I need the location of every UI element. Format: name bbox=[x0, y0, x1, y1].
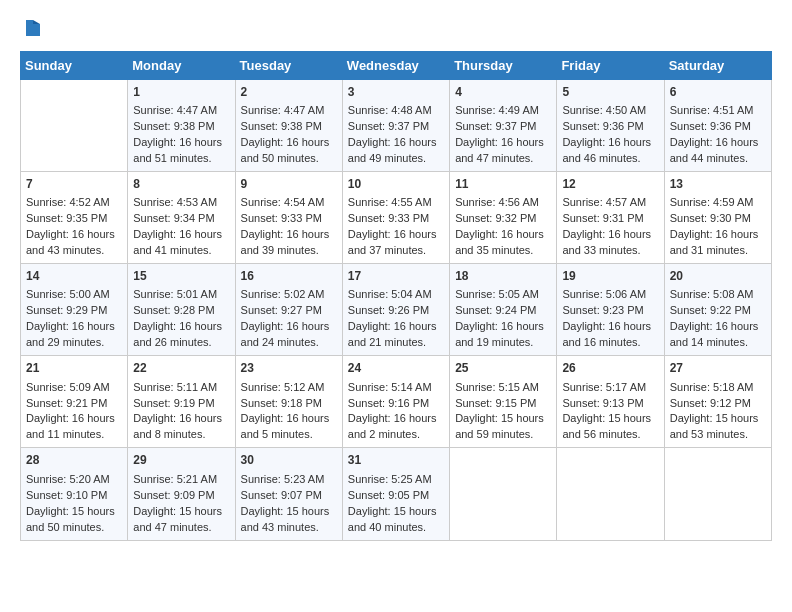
day-info: Sunrise: 4:56 AM bbox=[455, 195, 551, 211]
day-info: Sunrise: 5:23 AM bbox=[241, 472, 337, 488]
day-info: Daylight: 16 hours bbox=[133, 411, 229, 427]
day-info: Sunrise: 5:09 AM bbox=[26, 380, 122, 396]
calendar-cell: 24Sunrise: 5:14 AMSunset: 9:16 PMDayligh… bbox=[342, 356, 449, 448]
day-number: 9 bbox=[241, 176, 337, 193]
calendar-cell: 1Sunrise: 4:47 AMSunset: 9:38 PMDaylight… bbox=[128, 79, 235, 171]
day-info: and 21 minutes. bbox=[348, 335, 444, 351]
day-info: and 53 minutes. bbox=[670, 427, 766, 443]
day-info: Sunset: 9:36 PM bbox=[670, 119, 766, 135]
day-number: 15 bbox=[133, 268, 229, 285]
day-info: Daylight: 16 hours bbox=[241, 135, 337, 151]
day-info: Sunset: 9:38 PM bbox=[133, 119, 229, 135]
calendar-cell: 5Sunrise: 4:50 AMSunset: 9:36 PMDaylight… bbox=[557, 79, 664, 171]
day-info: Sunrise: 4:51 AM bbox=[670, 103, 766, 119]
calendar-cell: 20Sunrise: 5:08 AMSunset: 9:22 PMDayligh… bbox=[664, 264, 771, 356]
day-info: and 24 minutes. bbox=[241, 335, 337, 351]
day-number: 25 bbox=[455, 360, 551, 377]
day-info: and 47 minutes. bbox=[455, 151, 551, 167]
calendar-cell: 29Sunrise: 5:21 AMSunset: 9:09 PMDayligh… bbox=[128, 448, 235, 540]
day-number: 20 bbox=[670, 268, 766, 285]
day-header-wednesday: Wednesday bbox=[342, 51, 449, 79]
day-number: 5 bbox=[562, 84, 658, 101]
day-info: Sunset: 9:13 PM bbox=[562, 396, 658, 412]
day-info: Sunrise: 5:18 AM bbox=[670, 380, 766, 396]
day-number: 16 bbox=[241, 268, 337, 285]
calendar-cell: 15Sunrise: 5:01 AMSunset: 9:28 PMDayligh… bbox=[128, 264, 235, 356]
day-info: and 47 minutes. bbox=[133, 520, 229, 536]
day-info: Sunrise: 5:02 AM bbox=[241, 287, 337, 303]
day-info: Sunset: 9:23 PM bbox=[562, 303, 658, 319]
day-info: Daylight: 15 hours bbox=[455, 411, 551, 427]
day-info: and 43 minutes. bbox=[241, 520, 337, 536]
day-info: Sunset: 9:10 PM bbox=[26, 488, 122, 504]
day-info: Sunset: 9:38 PM bbox=[241, 119, 337, 135]
day-number: 13 bbox=[670, 176, 766, 193]
day-info: Sunset: 9:07 PM bbox=[241, 488, 337, 504]
day-info: Sunset: 9:37 PM bbox=[348, 119, 444, 135]
day-info: Sunset: 9:30 PM bbox=[670, 211, 766, 227]
day-info: Daylight: 16 hours bbox=[670, 135, 766, 151]
week-row-3: 14Sunrise: 5:00 AMSunset: 9:29 PMDayligh… bbox=[21, 264, 772, 356]
day-info: Sunset: 9:29 PM bbox=[26, 303, 122, 319]
day-info: Sunrise: 4:47 AM bbox=[133, 103, 229, 119]
day-info: Sunrise: 4:47 AM bbox=[241, 103, 337, 119]
calendar-cell: 6Sunrise: 4:51 AMSunset: 9:36 PMDaylight… bbox=[664, 79, 771, 171]
day-info: Daylight: 16 hours bbox=[133, 227, 229, 243]
day-info: and 33 minutes. bbox=[562, 243, 658, 259]
day-info: Daylight: 15 hours bbox=[562, 411, 658, 427]
day-info: Sunset: 9:27 PM bbox=[241, 303, 337, 319]
day-number: 18 bbox=[455, 268, 551, 285]
day-info: and 26 minutes. bbox=[133, 335, 229, 351]
day-info: Daylight: 16 hours bbox=[348, 319, 444, 335]
calendar-cell: 12Sunrise: 4:57 AMSunset: 9:31 PMDayligh… bbox=[557, 171, 664, 263]
day-info: Sunset: 9:15 PM bbox=[455, 396, 551, 412]
calendar-cell bbox=[664, 448, 771, 540]
day-info: Sunset: 9:31 PM bbox=[562, 211, 658, 227]
day-info: Sunrise: 5:14 AM bbox=[348, 380, 444, 396]
calendar-cell: 4Sunrise: 4:49 AMSunset: 9:37 PMDaylight… bbox=[450, 79, 557, 171]
day-number: 1 bbox=[133, 84, 229, 101]
day-info: Daylight: 15 hours bbox=[133, 504, 229, 520]
calendar-cell: 26Sunrise: 5:17 AMSunset: 9:13 PMDayligh… bbox=[557, 356, 664, 448]
day-info: Sunset: 9:37 PM bbox=[455, 119, 551, 135]
day-info: and 51 minutes. bbox=[133, 151, 229, 167]
day-info: Sunrise: 4:48 AM bbox=[348, 103, 444, 119]
day-info: Sunset: 9:05 PM bbox=[348, 488, 444, 504]
day-info: Daylight: 16 hours bbox=[348, 411, 444, 427]
day-header-friday: Friday bbox=[557, 51, 664, 79]
day-info: and 8 minutes. bbox=[133, 427, 229, 443]
day-info: Sunset: 9:22 PM bbox=[670, 303, 766, 319]
day-info: Sunrise: 5:11 AM bbox=[133, 380, 229, 396]
calendar-cell: 8Sunrise: 4:53 AMSunset: 9:34 PMDaylight… bbox=[128, 171, 235, 263]
day-info: Daylight: 15 hours bbox=[670, 411, 766, 427]
day-number: 11 bbox=[455, 176, 551, 193]
day-info: and 19 minutes. bbox=[455, 335, 551, 351]
page-header bbox=[20, 10, 772, 45]
day-header-sunday: Sunday bbox=[21, 51, 128, 79]
day-header-row: SundayMondayTuesdayWednesdayThursdayFrid… bbox=[21, 51, 772, 79]
day-info: Sunrise: 5:25 AM bbox=[348, 472, 444, 488]
calendar-table: SundayMondayTuesdayWednesdayThursdayFrid… bbox=[20, 51, 772, 541]
day-info: Daylight: 16 hours bbox=[562, 319, 658, 335]
day-info: Sunrise: 5:20 AM bbox=[26, 472, 122, 488]
day-number: 7 bbox=[26, 176, 122, 193]
day-info: and 41 minutes. bbox=[133, 243, 229, 259]
day-info: Daylight: 16 hours bbox=[26, 227, 122, 243]
day-info: Daylight: 16 hours bbox=[562, 227, 658, 243]
day-info: Daylight: 16 hours bbox=[455, 227, 551, 243]
day-info: Sunset: 9:09 PM bbox=[133, 488, 229, 504]
day-info: Sunset: 9:28 PM bbox=[133, 303, 229, 319]
day-info: Sunset: 9:33 PM bbox=[241, 211, 337, 227]
day-number: 28 bbox=[26, 452, 122, 469]
day-info: and 11 minutes. bbox=[26, 427, 122, 443]
day-number: 14 bbox=[26, 268, 122, 285]
day-info: Sunrise: 5:12 AM bbox=[241, 380, 337, 396]
logo bbox=[20, 18, 44, 45]
day-info: Daylight: 16 hours bbox=[133, 319, 229, 335]
logo-icon bbox=[22, 18, 44, 40]
day-info: and 39 minutes. bbox=[241, 243, 337, 259]
calendar-cell: 18Sunrise: 5:05 AMSunset: 9:24 PMDayligh… bbox=[450, 264, 557, 356]
day-number: 30 bbox=[241, 452, 337, 469]
day-info: Daylight: 16 hours bbox=[348, 135, 444, 151]
week-row-1: 1Sunrise: 4:47 AMSunset: 9:38 PMDaylight… bbox=[21, 79, 772, 171]
